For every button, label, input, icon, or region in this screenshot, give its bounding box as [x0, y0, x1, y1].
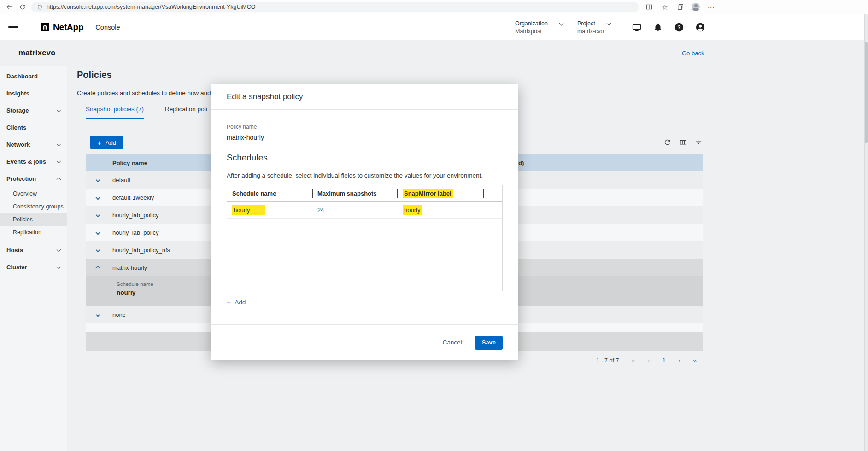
- organization-label: Organization: [515, 20, 548, 27]
- go-back-link[interactable]: Go back: [682, 50, 704, 57]
- browser-right-controls: ☆ ⋯: [645, 2, 716, 12]
- collections-icon[interactable]: [676, 2, 685, 12]
- netapp-logo: NetApp: [41, 22, 83, 32]
- sidebar-item-dashboard[interactable]: Dashboard: [0, 68, 67, 85]
- pagination-first-icon[interactable]: «: [631, 356, 635, 364]
- schedules-table-header: Schedule name Maximum snapshots SnapMirr…: [227, 185, 502, 202]
- add-policy-button[interactable]: + Add: [90, 136, 123, 149]
- sidebar-nav: Dashboard Insights Storage Clients Netwo…: [0, 66, 67, 451]
- schedules-table: Schedule name Maximum snapshots SnapMirr…: [227, 185, 503, 291]
- schedule-name-cell[interactable]: hourly: [227, 205, 312, 215]
- max-snapshots-cell[interactable]: 24: [312, 207, 398, 214]
- chevron-down-icon: [559, 21, 563, 26]
- header-divider: [570, 20, 570, 35]
- site-info-icon[interactable]: [37, 4, 43, 10]
- policy-name-label: Policy name: [227, 124, 503, 130]
- help-icon[interactable]: ?: [674, 22, 684, 32]
- sidebar-item-clients[interactable]: Clients: [0, 119, 67, 136]
- app-header: NetApp Console Organization Matrixpost P…: [0, 14, 868, 40]
- scrollbar-track[interactable]: [864, 14, 868, 451]
- modal-body: Policy name matrix-hourly Schedules Afte…: [211, 124, 518, 306]
- pagination-range: 1 - 7 of 7: [596, 357, 619, 364]
- sidebar-item-network[interactable]: Network: [0, 136, 67, 153]
- column-resize-handle[interactable]: [483, 189, 484, 198]
- expand-chevron-icon[interactable]: [95, 230, 100, 235]
- pagination-last-icon[interactable]: »: [693, 356, 697, 364]
- snapmirror-label-cell[interactable]: hourly: [398, 205, 483, 215]
- favorites-star-icon[interactable]: ☆: [660, 2, 669, 12]
- browser-more-icon[interactable]: ⋯: [706, 2, 716, 12]
- console-device-icon[interactable]: [632, 22, 642, 32]
- sidebar-item-events-jobs[interactable]: Events & jobs: [0, 153, 67, 170]
- project-dropdown[interactable]: Project matrix-cvo: [577, 20, 610, 35]
- sidebar-item-overview[interactable]: Overview: [0, 187, 67, 200]
- schedules-heading: Schedules: [227, 153, 503, 163]
- chevron-up-icon: [57, 177, 61, 182]
- save-button[interactable]: Save: [475, 336, 503, 350]
- column-header-partial: d): [518, 160, 524, 166]
- sidebar-item-storage[interactable]: Storage: [0, 102, 67, 119]
- expand-chevron-icon[interactable]: [95, 177, 100, 183]
- page-title: Policies: [77, 70, 112, 80]
- browser-split-screen-icon[interactable]: [645, 2, 654, 12]
- netapp-logo-mark-icon: [41, 23, 49, 31]
- hamburger-menu-icon[interactable]: [8, 24, 18, 31]
- column-resize-handle[interactable]: [397, 189, 398, 198]
- chevron-down-icon: [57, 265, 61, 269]
- browser-back-icon[interactable]: [5, 2, 14, 12]
- plus-icon: +: [97, 139, 101, 147]
- chevron-down-icon: [57, 108, 61, 113]
- expand-chevron-icon[interactable]: [95, 212, 100, 218]
- sidebar-item-insights[interactable]: Insights: [0, 85, 67, 102]
- project-value: matrix-cvo: [577, 28, 610, 35]
- sidebar-item-cluster[interactable]: Cluster: [0, 259, 67, 276]
- organization-dropdown[interactable]: Organization Matrixpost: [515, 20, 563, 35]
- pagination-current-page[interactable]: 1: [663, 357, 666, 364]
- refresh-icon[interactable]: [663, 138, 671, 146]
- sidebar-item-policies[interactable]: Policies: [0, 213, 67, 226]
- product-name: Console: [95, 24, 120, 31]
- column-header-policy-name: Policy name: [112, 160, 147, 166]
- cancel-button[interactable]: Cancel: [443, 339, 462, 346]
- scrollbar-thumb[interactable]: [865, 42, 868, 143]
- pagination-prev-icon[interactable]: ‹: [648, 356, 650, 364]
- expand-chevron-icon[interactable]: [95, 247, 100, 253]
- column-schedule-name: Schedule name: [227, 190, 312, 197]
- tab-replication-policies[interactable]: Replication poli: [165, 106, 207, 119]
- schedules-hint: After adding a schedule, select individu…: [227, 172, 503, 179]
- expand-chevron-icon[interactable]: [95, 195, 100, 200]
- sidebar-item-replication[interactable]: Replication: [0, 226, 67, 239]
- sidebar-item-consistency-groups[interactable]: Consistency groups: [0, 200, 67, 213]
- chevron-down-icon: [57, 248, 61, 252]
- schedule-row: hourly 24 hourly: [227, 202, 502, 219]
- header-right-controls: Organization Matrixpost Project matrix-c…: [515, 14, 705, 40]
- organization-value: Matrixpost: [515, 28, 563, 35]
- edit-snapshot-policy-modal: Edit a snapshot policy Policy name matri…: [211, 84, 518, 360]
- columns-icon[interactable]: [679, 138, 687, 146]
- browser-profile-avatar[interactable]: [692, 3, 700, 11]
- column-snapmirror-label: SnapMirror label: [398, 189, 483, 198]
- filter-icon[interactable]: [695, 138, 703, 146]
- column-max-snapshots: Maximum snapshots: [312, 190, 398, 197]
- browser-address-bar[interactable]: https://console.netapp.com/system-manage…: [31, 2, 639, 12]
- pagination-next-icon[interactable]: ›: [678, 356, 680, 364]
- browser-refresh-icon[interactable]: [18, 2, 27, 12]
- workspace-bar: matrixcvo Go back: [0, 40, 868, 66]
- tab-bar: Snapshot policies (7) Replication poli: [86, 106, 207, 119]
- header-icon-group: ?: [632, 22, 705, 32]
- chevron-down-icon: [606, 21, 611, 26]
- sidebar-item-protection[interactable]: Protection: [0, 170, 67, 187]
- account-icon[interactable]: [695, 22, 705, 32]
- expand-chevron-icon[interactable]: [95, 312, 100, 317]
- modal-footer: Cancel Save: [211, 324, 518, 360]
- chevron-down-icon: [57, 142, 61, 147]
- collapse-chevron-icon[interactable]: [95, 265, 100, 270]
- add-schedule-link[interactable]: + Add: [227, 298, 246, 306]
- notifications-bell-icon[interactable]: [653, 22, 663, 32]
- sidebar-item-hosts[interactable]: Hosts: [0, 242, 67, 259]
- url-text: https://console.netapp.com/system-manage…: [47, 4, 255, 10]
- table-toolbar: [663, 138, 703, 146]
- workspace-title: matrixcvo: [18, 48, 55, 58]
- column-resize-handle[interactable]: [312, 189, 313, 198]
- tab-snapshot-policies[interactable]: Snapshot policies (7): [86, 106, 144, 119]
